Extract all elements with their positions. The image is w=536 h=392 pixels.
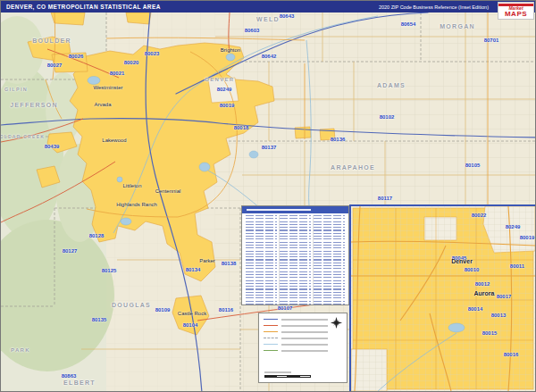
legend-item [259,329,347,335]
index-column [313,215,345,304]
legend-line-swatch [264,350,278,351]
title-bar: DENVER, CO METROPOLITAN STATISTICAL AREA… [1,1,535,13]
legend-label-bar [281,319,328,321]
legend-line-swatch [264,331,278,332]
compass-rose-icon [330,316,343,329]
marketmaps-logo: Market MAPS [498,2,534,20]
index-panel-header [242,206,348,213]
legend-label-bar [281,331,328,333]
edition-label: 2020 ZIP Code Business Reference (Inset … [379,4,489,10]
dia-airport-area [208,78,239,103]
map-poster: BOULDERWELDMORGANADAMSJEFFERSONGILPINCLE… [0,0,536,392]
legend-label-bar [281,344,328,346]
legend-label-bar [281,325,328,327]
legend-item [259,335,347,341]
index-column [246,215,277,304]
logo-brand-bottom: MAPS [505,11,527,18]
map-title: DENVER, CO METROPOLITAN STATISTICAL AREA [6,4,379,10]
legend-item [259,347,347,354]
map-legend-panel [258,313,348,383]
denver-metro-inset-map [349,204,536,392]
legend-item [259,341,347,347]
index-table [242,213,348,306]
legend-label-bar [281,338,328,339]
index-column [279,215,311,304]
legend-line-swatch [264,325,278,326]
scale-bar [264,371,311,378]
zip-code-index-panel [241,205,349,305]
legend-line-swatch [264,344,278,345]
legend-line-swatch [264,319,278,320]
inset-map-drawing [351,206,535,391]
legend-line-swatch [264,338,278,338]
legend-label-bar [281,350,328,352]
